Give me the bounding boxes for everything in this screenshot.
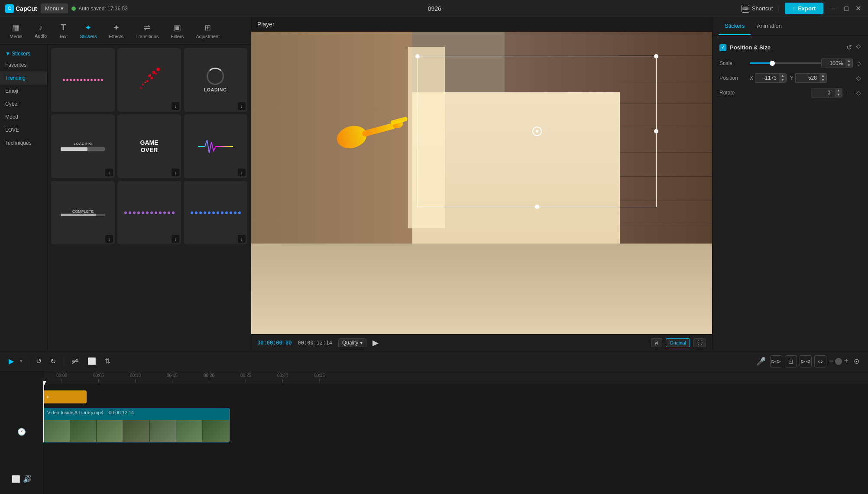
divider: | [778, 5, 779, 12]
svg-point-9 [149, 74, 151, 75]
sidebar-item-favorites[interactable]: Favorites [0, 58, 47, 72]
position-y-down-button[interactable]: ▼ [819, 78, 826, 82]
position-size-checkbox[interactable]: ✓ [719, 44, 726, 51]
scale-slider-track[interactable] [750, 62, 821, 64]
flip-button[interactable]: ⇅ [102, 355, 113, 367]
tab-media-label: Media [10, 34, 23, 39]
split-button[interactable]: ⧣ [69, 356, 81, 367]
main-area: ▦ Media ♪ Audio T Text ✦ Stickers ✦ Effe… [0, 17, 868, 351]
position-size-label: Position & Size [730, 44, 771, 51]
tab-transitions[interactable]: ⇌ Transitions [130, 21, 164, 41]
close-button[interactable]: ✕ [854, 4, 863, 13]
position-y-input[interactable] [796, 74, 819, 82]
download-icon[interactable]: ↓ [105, 169, 113, 176]
scale-spinners: ▲ ▼ [845, 59, 852, 68]
tab-effects[interactable]: ✦ Effects [104, 21, 128, 41]
tab-adjustment[interactable]: ⊞ Adjustment [191, 21, 225, 41]
position-y-up-button[interactable]: ▲ [819, 74, 826, 78]
tab-text[interactable]: T Text [54, 21, 73, 41]
sticker-heartbeat[interactable]: ↓ [184, 114, 247, 178]
sticker-loading-bar[interactable]: LOADING ↓ [51, 114, 115, 178]
timeline-tool-1[interactable]: ⊳⊳ [770, 355, 782, 367]
filters-icon: ▣ [174, 23, 181, 32]
rotate-up-button[interactable]: ▲ [835, 88, 842, 93]
delete-button[interactable]: ⬜ [85, 355, 99, 367]
sticker-game-over[interactable]: GAMEOVER ↓ [117, 114, 181, 178]
download-icon[interactable]: ↓ [105, 235, 113, 243]
scale-slider-thumb[interactable] [770, 61, 775, 66]
maximize-button[interactable]: □ [842, 4, 850, 13]
rotate-input[interactable] [811, 88, 835, 97]
right-panel-content: ✓ Position & Size ↺ ◇ Scale [713, 36, 868, 351]
timeline-tool-3[interactable]: ⊳⊲ [800, 355, 812, 367]
stickers-section-title[interactable]: ▼ Stickers [0, 49, 47, 58]
sticker-blue-dots[interactable]: ↓ [184, 181, 247, 244]
tab-animation[interactable]: Animation [751, 17, 788, 35]
sticker-loading[interactable]: LOADING ↓ [184, 48, 247, 112]
tab-filters[interactable]: ▣ Filters [165, 21, 189, 41]
stickers-content: ▼ Stickers Favorites Trending Emoji Cybe… [0, 45, 251, 351]
timeline-tool-4[interactable]: ⇔ [814, 355, 826, 367]
zoom-in-button[interactable]: + [844, 357, 849, 366]
reset-button[interactable]: ↺ [845, 42, 853, 52]
sticker-purple-dots[interactable]: ↓ [117, 181, 181, 244]
scale-up-button[interactable]: ▲ [845, 59, 852, 63]
rotate-keyframe-icon[interactable]: ◇ [856, 89, 861, 96]
rotate-down-button[interactable]: ▼ [835, 93, 842, 97]
fullscreen-button[interactable]: ⛶ [693, 338, 706, 347]
tab-stickers[interactable]: ✦ Stickers [74, 21, 102, 41]
position-x-up-button[interactable]: ▲ [779, 74, 786, 78]
undo-button[interactable]: ↺ [33, 355, 44, 367]
sidebar-item-mood[interactable]: Mood [0, 110, 47, 124]
tab-media[interactable]: ▦ Media [4, 21, 28, 41]
yt-button[interactable]: yt [651, 338, 663, 347]
sidebar-item-love[interactable]: LOVE [0, 124, 47, 136]
cursor-tool-button[interactable]: ▶ [6, 355, 16, 367]
sidebar-item-cyber[interactable]: Cyber [0, 98, 47, 110]
position-size-title: ✓ Position & Size [719, 44, 771, 51]
right-panel-tabs: Stickers Animation [713, 17, 868, 36]
sticker-red-trail[interactable]: ↓ [117, 48, 181, 112]
download-icon[interactable]: ↓ [172, 102, 179, 110]
sidebar-item-emoji[interactable]: Emoji [0, 84, 47, 98]
video-clip[interactable]: Video Inside A Library.mp4 00:00:12:14 [43, 408, 230, 442]
scale-keyframe-icon[interactable]: ◇ [856, 60, 861, 67]
sidebar-item-trending[interactable]: Trending [0, 72, 47, 84]
zoom-out-button[interactable]: − [829, 357, 834, 366]
sticker-complete[interactable]: COMPLETE ↓ [51, 181, 115, 244]
original-button[interactable]: Original [666, 338, 690, 347]
rotate-reset-button[interactable]: — [846, 88, 855, 98]
quality-button[interactable]: Quality ▾ [338, 338, 366, 347]
position-x-label: X [750, 75, 753, 81]
sticker-clip[interactable]: ✦ [43, 390, 87, 403]
tab-audio[interactable]: ♪ Audio [29, 21, 52, 40]
scale-down-button[interactable]: ▼ [845, 63, 852, 68]
position-keyframe-icon[interactable]: ◇ [856, 75, 861, 81]
tab-stickers-right[interactable]: Stickers [719, 17, 751, 35]
fit-button[interactable]: ⊙ [851, 355, 862, 367]
keyframe-diamond-icon[interactable]: ◇ [856, 42, 861, 52]
download-icon[interactable]: ↓ [172, 169, 179, 176]
download-icon[interactable]: ↓ [238, 235, 246, 243]
redo-button[interactable]: ↻ [48, 355, 58, 367]
sidebar-item-techniques[interactable]: Techniques [0, 136, 47, 150]
download-icon[interactable]: ↓ [172, 235, 179, 243]
play-button[interactable]: ▶ [372, 338, 379, 348]
pink-dots-visual [58, 75, 107, 85]
export-button[interactable]: ↑ Export [785, 3, 824, 14]
position-y-label: Y [790, 75, 794, 81]
scale-input[interactable] [822, 59, 845, 68]
position-x-down-button[interactable]: ▼ [779, 78, 786, 82]
minimize-button[interactable]: — [829, 4, 839, 13]
timeline-tool-2[interactable]: ⊡ [785, 355, 797, 367]
loading-text: LOADING [204, 88, 227, 92]
position-x-input[interactable] [755, 74, 779, 82]
sticker-pink-dots[interactable] [51, 48, 115, 112]
scale-row: Scale ▲ ▼ ◇ [719, 58, 861, 68]
download-icon[interactable]: ↓ [238, 169, 246, 176]
tab-adjustment-label: Adjustment [196, 34, 220, 39]
microphone-icon[interactable]: 🎤 [755, 355, 768, 368]
menu-button[interactable]: Menu ▾ [41, 3, 68, 13]
download-icon[interactable]: ↓ [238, 102, 246, 110]
shortcut-button[interactable]: ⌨ Shortcut [742, 5, 773, 13]
